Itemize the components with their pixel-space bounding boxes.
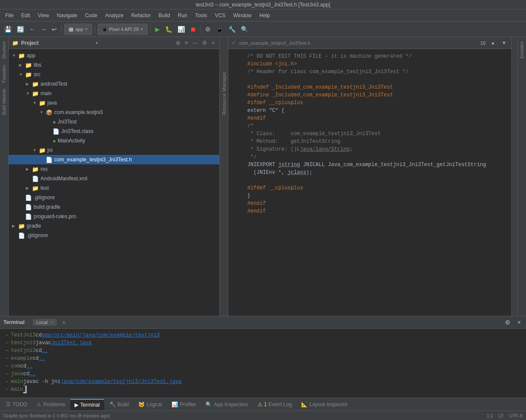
tree-item-androidmanifest[interactable]: ▶ 📄 AndroidManifest.xml	[9, 174, 219, 183]
favorites-tab[interactable]: Favorites	[0, 62, 8, 85]
line-col-indicator: ✓	[232, 40, 236, 46]
debug-button[interactable]: 🐛	[163, 24, 174, 35]
scroll-up-button[interactable]: ▲	[489, 37, 497, 49]
menu-file[interactable]: File	[2, 11, 17, 20]
term-link-3[interactable]: ..	[42, 347, 48, 355]
forward-button[interactable]: →	[39, 24, 48, 35]
tree-label-jni: jni	[47, 147, 53, 153]
status-position[interactable]: 1:1	[487, 413, 493, 418]
scroll-down-button[interactable]: ▼	[500, 37, 508, 49]
tree-item-jni3test-h[interactable]: ▶ 📄 com_example_testjni3_Jni3Test.h	[9, 155, 219, 164]
line-code-20: #endif	[246, 200, 511, 207]
structure-tab[interactable]: Structure	[0, 39, 8, 62]
tree-item-test[interactable]: ▶ 📁 test	[9, 183, 219, 193]
tree-item-proguard[interactable]: ▶ 📄 proguard-rules.pro	[9, 212, 219, 221]
menu-analyze[interactable]: Analyze	[102, 11, 127, 20]
project-dropdown[interactable]: 🤖 app ▼	[64, 24, 92, 35]
term-link-6[interactable]: ..	[29, 370, 35, 378]
save-button[interactable]: 💾	[3, 24, 13, 35]
status-encoding[interactable]: UTF-8	[509, 413, 523, 418]
tab-event-log[interactable]: ⚠ 1 Event Log	[253, 399, 296, 410]
tab-build[interactable]: 🔨 Build	[105, 399, 134, 410]
tree-item-jni[interactable]: ▼ 📁 jni	[9, 145, 219, 155]
tab-terminal[interactable]: ▶ Terminal	[70, 399, 104, 410]
emulator-tab[interactable]: Emulator	[518, 39, 526, 61]
tree-item-jni3test[interactable]: ▶ ● Jni3Test	[9, 117, 219, 127]
tree-item-gitignore-root[interactable]: ▶ 📄 .gitignore	[9, 231, 219, 240]
expand-all-icon[interactable]: ≡	[184, 39, 189, 47]
tree-item-app[interactable]: ▼ 📁 app	[9, 51, 219, 60]
tree-item-main[interactable]: ▼ 📁 main	[9, 89, 219, 98]
settings-icon[interactable]: ⚙	[201, 39, 208, 47]
tree-item-gradle[interactable]: ▶ 📁 gradle	[9, 221, 219, 231]
tree-item-java[interactable]: ▼ 📁 java	[9, 98, 219, 108]
menu-window[interactable]: Window	[230, 11, 255, 20]
tab-layout-inspector[interactable]: 📐 Layout Inspector	[297, 399, 352, 410]
term-line-2: → testjni3 javac Jni3Test.java	[5, 339, 521, 347]
tab-problems[interactable]: ⚠ Problems	[32, 399, 69, 410]
tree-item-build-gradle[interactable]: ▶ 📄 build.gradle	[9, 202, 219, 212]
line-code-1: /* DO NOT EDIT THIS FILE – it is machine…	[246, 52, 511, 60]
term-link-4[interactable]: ..	[39, 355, 45, 362]
device-dropdown[interactable]: 📱 Pixel 4 API 29 ▼	[98, 24, 147, 35]
terminal-tab-close[interactable]: ×	[51, 320, 53, 325]
tab-todo[interactable]: ☰ TODO	[2, 399, 31, 410]
line-num-8	[228, 107, 246, 114]
term-link-7[interactable]: java/com/example/testjni3/Jni3Test.java	[60, 378, 181, 386]
back-button[interactable]: ←	[28, 24, 37, 35]
menu-edit[interactable]: Edit	[18, 11, 34, 20]
undo-button[interactable]: ↩	[50, 24, 59, 35]
run-button[interactable]: ▶	[153, 24, 162, 35]
tree-item-src[interactable]: ▼ 📁 src	[9, 70, 219, 79]
editor-toolbar: ✓ com_example_testjni3_Jni3Test.h 10 ▲ ▼	[228, 37, 511, 49]
avd-button[interactable]: 📱	[214, 24, 225, 35]
menu-build[interactable]: Build	[155, 11, 174, 20]
tab-app-inspection[interactable]: 🔍 App Inspection	[201, 399, 252, 410]
menu-view[interactable]: View	[34, 11, 53, 20]
menu-run[interactable]: Run	[174, 11, 191, 20]
editor-content[interactable]: /* DO NOT EDIT THIS FILE – it is machine…	[228, 49, 511, 316]
collapse-all-icon[interactable]: —	[191, 39, 199, 47]
menu-vcs[interactable]: VCS	[212, 11, 229, 20]
term-cmd-3: cd	[36, 347, 42, 355]
sdk-manager-button[interactable]: 🔧	[227, 24, 237, 35]
sync-button[interactable]: 🔄	[15, 24, 26, 35]
tree-item-androidtest[interactable]: ▶ 📁 androidTest	[9, 79, 219, 89]
term-link-2[interactable]: Jni3Test.java	[51, 339, 92, 347]
tree-item-package[interactable]: ▼ 📦 com.example.testjni3	[9, 108, 219, 117]
term-dir-3: testjni3	[11, 347, 36, 355]
profile-button[interactable]: 📊	[176, 24, 187, 35]
terminal-content[interactable]: → TestJni3 cd app/src/main/java/com/exam…	[0, 329, 526, 398]
menu-refactor[interactable]: Refactor	[128, 11, 154, 20]
term-link-5[interactable]: ..	[26, 362, 32, 370]
menu-tools[interactable]: Tools	[192, 11, 211, 20]
tree-item-mainactivity[interactable]: ▶ ● MainActivity	[9, 136, 219, 145]
add-terminal-button[interactable]: +	[60, 317, 67, 328]
tree-item-libs[interactable]: ▶ 📁 libs	[9, 60, 219, 70]
menu-code[interactable]: Code	[81, 11, 101, 20]
toolbar-separator-2	[95, 25, 95, 34]
terminal-tab-local[interactable]: Local ×	[33, 319, 57, 326]
search-everywhere-button[interactable]: 🔍	[239, 24, 250, 35]
menu-help[interactable]: Help	[256, 11, 274, 20]
tree-item-res[interactable]: ▶ 📁 res	[9, 164, 219, 174]
project-type-dropdown[interactable]: ▼	[95, 41, 99, 45]
close-panel-icon[interactable]: ×	[211, 39, 216, 47]
tab-profiler[interactable]: 📊 Profiler	[167, 399, 200, 410]
locate-icon[interactable]: ⊕	[175, 39, 181, 47]
resource-manager-label[interactable]: Resource Manager	[221, 71, 227, 115]
terminal-settings-button[interactable]: ⚙	[503, 317, 512, 328]
stop-button[interactable]: ⏹	[188, 24, 198, 35]
code-line-6: #define _Included_com_example_testjni3_J…	[228, 91, 511, 99]
tab-logcat[interactable]: 🐱 Logcat	[134, 399, 166, 410]
tree-label-androidtest: androidTest	[40, 81, 67, 87]
tree-item-jni3test-class[interactable]: ▶ 📄 Jni3Test.class	[9, 127, 219, 136]
terminal-close-button[interactable]: ×	[516, 317, 523, 328]
term-dir-2: testjni3	[11, 339, 36, 347]
status-line-ending[interactable]: LF	[498, 413, 504, 418]
tree-item-gitignore-app[interactable]: ▶ 📄 .gitignore	[9, 193, 219, 202]
term-link-1[interactable]: app/src/main/java/com/example/testjni3	[42, 331, 160, 339]
menu-navigate[interactable]: Navigate	[53, 11, 81, 20]
gradle-sync-button[interactable]: ⚙	[203, 24, 212, 35]
build-variants-tab[interactable]: Build Variants	[0, 86, 8, 117]
